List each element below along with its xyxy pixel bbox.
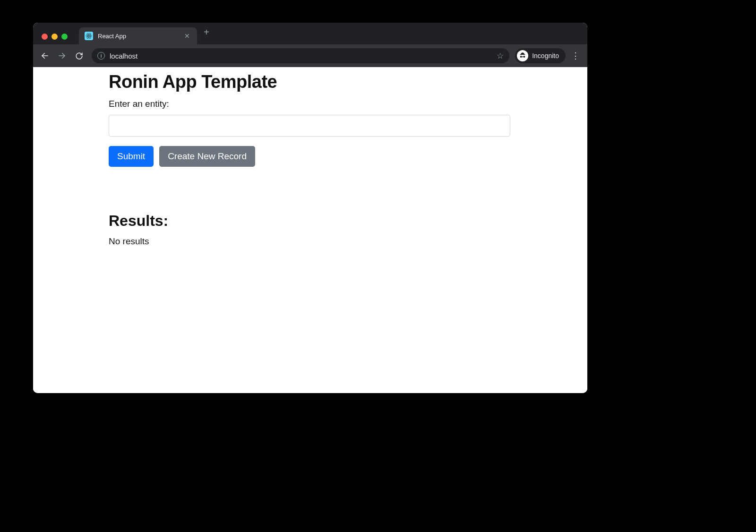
- address-bar[interactable]: i localhost ☆: [92, 48, 509, 63]
- reload-button[interactable]: [72, 49, 86, 63]
- page-viewport: Ronin App Template Enter an entity: Subm…: [33, 67, 587, 393]
- browser-window: React App ✕ + i localhost ☆: [33, 23, 587, 393]
- site-info-icon[interactable]: i: [97, 52, 105, 60]
- window-controls: [40, 34, 70, 44]
- back-button[interactable]: [38, 49, 52, 63]
- browser-chrome: React App ✕ + i localhost ☆: [33, 23, 587, 67]
- close-tab-button[interactable]: ✕: [183, 32, 191, 40]
- forward-button[interactable]: [55, 49, 69, 63]
- new-tab-button[interactable]: +: [197, 27, 216, 41]
- page-title: Ronin App Template: [109, 72, 510, 92]
- browser-menu-button[interactable]: ⋮: [568, 51, 583, 61]
- entity-label: Enter an entity:: [109, 99, 510, 109]
- incognito-label: Incognito: [532, 52, 559, 60]
- close-window-button[interactable]: [42, 34, 48, 40]
- page-container: Ronin App Template Enter an entity: Subm…: [109, 67, 510, 247]
- browser-toolbar: i localhost ☆ Incognito ⋮: [33, 44, 587, 67]
- results-heading: Results:: [109, 212, 510, 230]
- bookmark-star-icon[interactable]: ☆: [497, 51, 504, 61]
- submit-button[interactable]: Submit: [109, 146, 154, 167]
- minimize-window-button[interactable]: [52, 34, 58, 40]
- entity-input[interactable]: [109, 115, 510, 137]
- svg-point-0: [88, 35, 90, 37]
- url-text: localhost: [110, 52, 492, 60]
- tab-strip: React App ✕ +: [33, 23, 587, 44]
- incognito-icon: [517, 50, 528, 61]
- react-favicon-icon: [85, 32, 93, 40]
- browser-tab[interactable]: React App ✕: [79, 27, 197, 44]
- tab-title: React App: [98, 33, 178, 40]
- maximize-window-button[interactable]: [61, 34, 68, 40]
- incognito-indicator[interactable]: Incognito: [515, 48, 566, 63]
- results-body: No results: [109, 236, 510, 247]
- create-new-record-button[interactable]: Create New Record: [159, 146, 255, 167]
- button-row: Submit Create New Record: [109, 146, 510, 167]
